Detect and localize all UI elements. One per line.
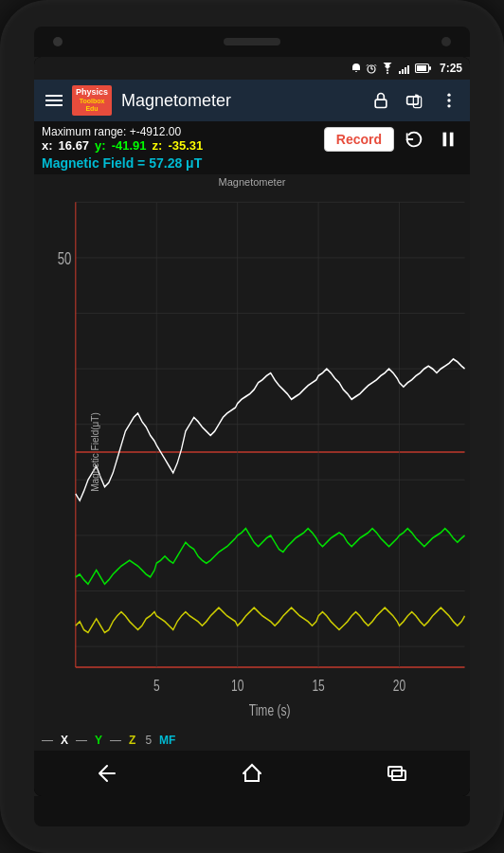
xyz-row: x: 16.67 y: -41.91 z: -35.31 — [42, 138, 203, 153]
lock-portrait-button[interactable] — [368, 87, 394, 114]
legend-mf-label: MF — [159, 734, 175, 747]
app-title: Magnetometer — [121, 91, 362, 111]
home-button[interactable] — [224, 754, 280, 792]
bottom-bezel — [34, 796, 470, 826]
wifi-icon — [381, 63, 394, 74]
chart-legend: — X — Y — Z 5 MF — [34, 730, 470, 751]
app-logo: Physics Toolbox Edu — [72, 85, 112, 116]
recents-button[interactable] — [369, 754, 425, 792]
bottom-navigation — [34, 751, 470, 796]
pause-button[interactable] — [434, 125, 462, 154]
svg-text:10: 10 — [231, 677, 243, 694]
app-toolbar: Physics Toolbox Edu Magnetometer — [34, 80, 470, 121]
svg-rect-20 — [450, 133, 454, 147]
svg-point-17 — [447, 99, 450, 101]
y-axis-label: Magnetic Field(μT) — [90, 395, 100, 509]
battery-icon — [415, 63, 432, 74]
info-left: Maximum range: +-4912.00 x: 16.67 y: -41… — [42, 125, 203, 153]
lock-landscape-button[interactable] — [402, 87, 428, 114]
info-section: Maximum range: +-4912.00 x: 16.67 y: -41… — [34, 121, 470, 174]
svg-point-5 — [387, 72, 388, 74]
svg-text:20: 20 — [393, 677, 405, 694]
svg-rect-6 — [399, 71, 401, 74]
svg-rect-9 — [407, 65, 409, 74]
top-bezel — [34, 27, 470, 57]
magnetic-field-text: Magnetic Field = 57.28 μT — [42, 155, 462, 171]
svg-rect-7 — [402, 69, 404, 74]
signal-icon — [398, 63, 411, 74]
svg-rect-8 — [405, 67, 406, 74]
svg-rect-19 — [443, 133, 447, 147]
more-options-button[interactable] — [436, 87, 462, 114]
max-range-text: Maximum range: +-4912.00 — [42, 125, 203, 138]
legend-dash2: — — [76, 734, 87, 747]
svg-point-18 — [447, 104, 450, 107]
toolbar-actions — [368, 87, 462, 114]
svg-text:50: 50 — [58, 249, 72, 267]
refresh-button[interactable] — [400, 125, 428, 154]
back-button[interactable] — [79, 754, 135, 792]
alarm-icon — [366, 63, 377, 74]
legend-y-label: Y — [95, 734, 102, 747]
chart-title: Magnetometer — [219, 176, 286, 188]
svg-line-3 — [367, 64, 369, 66]
legend-dash: — — [42, 734, 53, 747]
svg-rect-11 — [417, 65, 426, 71]
phone-frame: 7:25 Physics Toolbox Edu Magnetometer — [0, 0, 504, 853]
status-time: 7:25 — [440, 62, 462, 75]
legend-dash3: — — [110, 734, 121, 747]
x-label: x: — [42, 138, 53, 153]
hamburger-menu-button[interactable] — [42, 91, 66, 110]
svg-point-16 — [447, 94, 450, 97]
svg-rect-12 — [429, 66, 431, 70]
legend-mf-prefix: 5 — [145, 734, 152, 747]
x-value: 16.67 — [59, 138, 90, 153]
front-camera — [441, 37, 451, 46]
z-label: z: — [153, 138, 163, 153]
svg-text:5: 5 — [153, 677, 160, 694]
y-label: y: — [95, 138, 106, 153]
legend-z-label: Z — [129, 734, 135, 747]
phone-screen: 7:25 Physics Toolbox Edu Magnetometer — [34, 57, 470, 796]
camera-icon — [53, 37, 63, 46]
status-bar: 7:25 — [34, 57, 470, 80]
svg-rect-13 — [375, 100, 387, 107]
svg-text:15: 15 — [312, 677, 324, 694]
svg-rect-14 — [407, 97, 419, 104]
y-value: -41.91 — [112, 138, 147, 153]
notification-icon — [351, 63, 362, 74]
action-buttons: Record — [324, 125, 462, 154]
svg-text:Time (s): Time (s) — [249, 702, 291, 719]
chart-area: Magnetometer Magnetic Field(μT) — [34, 174, 470, 730]
legend-x-label: X — [61, 734, 68, 747]
z-value: -35.31 — [168, 138, 203, 153]
svg-line-4 — [374, 64, 376, 66]
speaker — [224, 38, 280, 45]
status-icons: 7:25 — [351, 62, 462, 75]
record-button[interactable]: Record — [324, 127, 394, 152]
